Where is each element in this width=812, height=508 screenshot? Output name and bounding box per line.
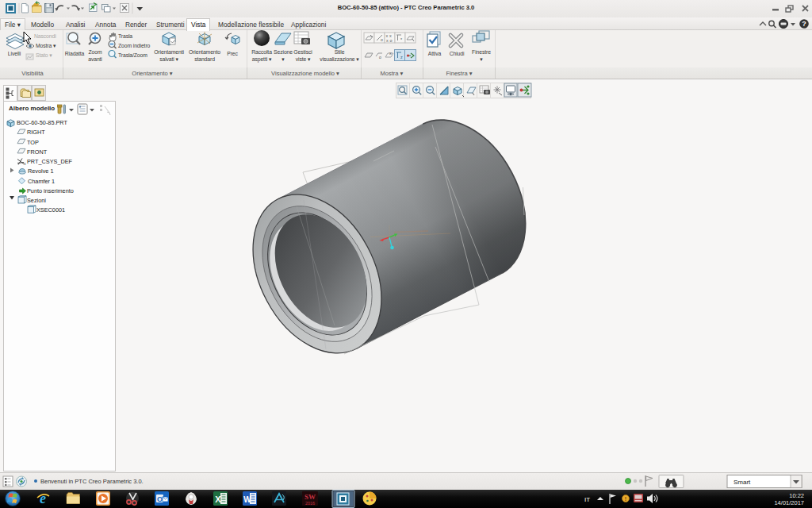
svg-text:Benvenuti in PTC Creo Parametr: Benvenuti in PTC Creo Parametric 3.0. <box>40 478 144 485</box>
svg-text:?: ? <box>802 20 806 28</box>
svg-text:2016: 2016 <box>305 501 315 506</box>
svg-text:10:22: 10:22 <box>789 492 804 499</box>
svg-text:W: W <box>243 495 251 504</box>
svg-text:Smart: Smart <box>733 479 751 486</box>
svg-text:SW: SW <box>304 493 316 501</box>
svg-text:X: X <box>215 495 221 504</box>
svg-text:IT: IT <box>584 496 590 503</box>
svg-text:e: e <box>40 491 46 506</box>
svg-text:!: ! <box>625 496 626 502</box>
svg-text:s: s <box>24 161 26 166</box>
svg-text:14/01/2017: 14/01/2017 <box>774 499 804 506</box>
svg-text:O: O <box>157 495 163 503</box>
